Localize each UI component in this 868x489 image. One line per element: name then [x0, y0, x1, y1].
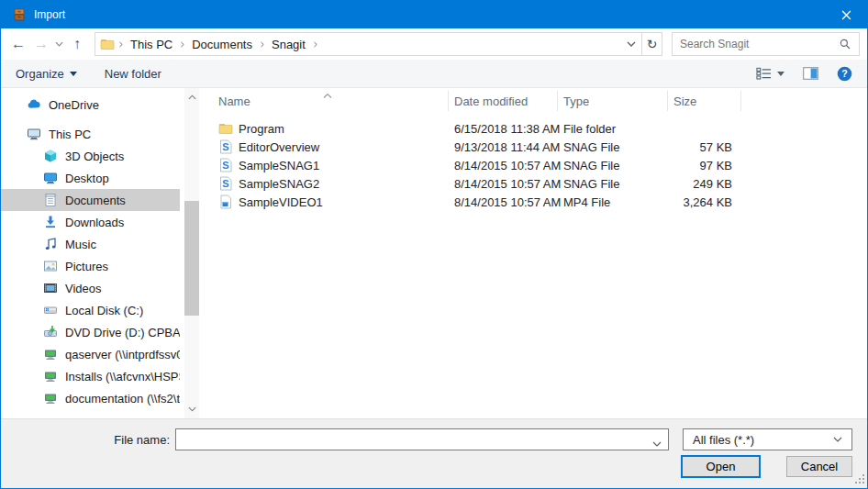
sidebar-item-this-pc[interactable]: This PC — [1, 123, 180, 145]
file-name: SampleVIDEO1 — [239, 195, 323, 209]
film-icon — [43, 281, 59, 295]
file-type: MP4 File — [558, 195, 668, 209]
command-bar: Organize New folder ? — [1, 60, 867, 88]
file-type-select[interactable]: All files (*.*) — [683, 428, 852, 450]
file-name-input[interactable] — [175, 428, 669, 450]
sidebar-item-music[interactable]: Music — [1, 233, 180, 255]
file-type: SNAG File — [558, 177, 668, 191]
file-name-dropdown-icon[interactable] — [652, 436, 662, 450]
date-modified: 8/14/2015 10:57 AM — [449, 159, 558, 172]
new-folder-button[interactable]: New folder — [105, 67, 161, 81]
back-button[interactable]: ← — [6, 31, 30, 57]
chevron-right-icon[interactable] — [176, 39, 188, 50]
snag-file-icon: S — [218, 158, 233, 172]
date-modified: 8/14/2015 10:57 AM — [449, 177, 558, 191]
sidebar-item-documentation-fs2-train[interactable]: documentation (\\fs2\train — [1, 387, 180, 409]
sidebar-item-dvd-drive-d-cpba-x64ff[interactable]: DVD Drive (D:) CPBA_X64FF — [1, 321, 180, 343]
search-input[interactable] — [680, 38, 839, 50]
sidebar-item-label: Music — [65, 238, 96, 251]
file-name: SampleSNAG1 — [239, 159, 319, 172]
table-row-samplevideo1[interactable]: SampleVIDEO18/14/2015 10:57 AMMP4 File3,… — [207, 193, 867, 211]
table-row-editoroverview[interactable]: SEditorOverview9/13/2018 11:44 AMSNAG Fi… — [207, 138, 867, 156]
onedrive-cloud-icon — [27, 97, 42, 112]
search-icon — [839, 38, 851, 50]
sidebar-item-documents[interactable]: Documents — [1, 189, 180, 211]
file-name: EditorOverview — [239, 140, 319, 154]
sidebar-item-3d-objects[interactable]: 3D Objects — [1, 145, 180, 167]
sidebar-item-desktop[interactable]: Desktop — [1, 167, 180, 189]
address-dropdown-button[interactable] — [621, 41, 641, 47]
list-view-icon — [756, 67, 772, 80]
column-header-date-modified[interactable]: Date modified — [449, 91, 558, 111]
svg-text:S: S — [222, 160, 228, 171]
scrollbar-thumb[interactable] — [184, 201, 199, 316]
snag-file-icon: S — [218, 139, 233, 154]
sidebar-item-onedrive[interactable]: OneDrive — [1, 94, 180, 116]
sidebar-item-label: 3D Objects — [65, 150, 124, 163]
date-modified: 8/14/2015 10:57 AM — [449, 195, 558, 209]
refresh-button[interactable]: ↻ — [642, 32, 662, 56]
network-drive-icon — [43, 369, 59, 383]
breadcrumb-item-documents[interactable]: Documents — [188, 38, 256, 51]
forward-button[interactable]: → — [30, 31, 52, 57]
file-size: 3,264 KB — [668, 195, 741, 209]
forward-icon: → — [34, 37, 49, 51]
file-name-label: File name: — [1, 433, 170, 447]
chevron-down-icon — [627, 41, 636, 47]
up-button[interactable]: ↑ — [65, 31, 89, 57]
open-button[interactable]: Open — [681, 455, 761, 478]
navigation-bar: ← → ↑ This PCDocumentsSnagit ↻ — [1, 28, 867, 60]
date-modified: 9/13/2018 11:44 AM — [449, 140, 558, 154]
sidebar-item-label: OneDrive — [49, 98, 99, 112]
file-type: SNAG File — [558, 140, 668, 154]
sidebar-item-label: qaserver (\\intprdfssv02) (C — [65, 348, 180, 361]
sort-ascending-icon — [322, 88, 333, 102]
breadcrumb-item-this-pc[interactable]: This PC — [127, 38, 176, 51]
table-row-program[interactable]: Program6/15/2018 11:38 AMFile folder — [207, 119, 867, 138]
sidebar-item-installs-afcvnx-hspsinsta[interactable]: Installs (\\afcvnx\HSPSInsta — [1, 365, 180, 387]
scroll-up-icon[interactable] — [184, 90, 199, 105]
address-bar[interactable]: This PCDocumentsSnagit — [95, 32, 642, 56]
sidebar-item-qaserver-intprdfssv02-c[interactable]: qaserver (\\intprdfssv02) (C — [1, 343, 180, 365]
table-row-samplesnag1[interactable]: SSampleSNAG18/14/2015 10:57 AMSNAG File9… — [207, 156, 867, 174]
column-header-size[interactable]: Size — [668, 91, 741, 111]
resize-grip-icon[interactable] — [855, 472, 864, 486]
caret-down-icon — [70, 72, 77, 76]
sidebar-scrollbar[interactable] — [184, 88, 199, 418]
import-dialog: Import ← → ↑ This PCDocumentsSnagit ↻ — [0, 0, 868, 489]
preview-pane-button[interactable] — [803, 67, 818, 80]
breadcrumb-item-snagit[interactable]: Snagit — [268, 38, 309, 51]
cancel-button[interactable]: Cancel — [786, 456, 852, 477]
date-modified: 6/15/2018 11:38 AM — [449, 122, 558, 136]
column-header-type[interactable]: Type — [558, 91, 668, 111]
search-box[interactable] — [672, 32, 860, 56]
sidebar-item-videos[interactable]: Videos — [1, 277, 180, 299]
sidebar-item-downloads[interactable]: Downloads — [1, 211, 180, 233]
up-icon: ↑ — [73, 37, 81, 51]
recent-locations-button[interactable] — [52, 31, 65, 57]
chevron-right-icon[interactable] — [309, 39, 321, 50]
file-size: 249 KB — [668, 177, 741, 191]
table-row-samplesnag2[interactable]: SSampleSNAG28/14/2015 10:57 AMSNAG File2… — [207, 174, 867, 193]
file-name: SampleSNAG2 — [239, 177, 319, 191]
sidebar-item-label: Videos — [65, 282, 102, 295]
sidebar-item-local-disk-c[interactable]: Local Disk (C:) — [1, 299, 180, 321]
close-button[interactable] — [826, 1, 867, 28]
sidebar-item-label: Pictures — [65, 260, 108, 273]
organize-button[interactable]: Organize — [16, 67, 77, 81]
chevron-right-icon[interactable] — [256, 39, 268, 50]
desktop-monitor-icon — [43, 171, 59, 185]
music-note-icon — [43, 237, 59, 251]
scroll-down-icon[interactable] — [184, 402, 199, 417]
breadcrumb: This PCDocumentsSnagit — [115, 38, 321, 51]
svg-text:S: S — [222, 141, 228, 152]
file-type: SNAG File — [558, 159, 668, 172]
chevron-right-icon[interactable] — [115, 39, 127, 50]
new-folder-label: New folder — [105, 67, 161, 81]
sidebar-item-pictures[interactable]: Pictures — [1, 255, 180, 277]
help-icon: ? — [837, 66, 852, 82]
help-button[interactable]: ? — [837, 66, 852, 82]
change-view-button[interactable] — [756, 67, 785, 80]
chevron-down-icon — [833, 437, 842, 442]
sidebar-item-label: This PC — [49, 128, 91, 141]
